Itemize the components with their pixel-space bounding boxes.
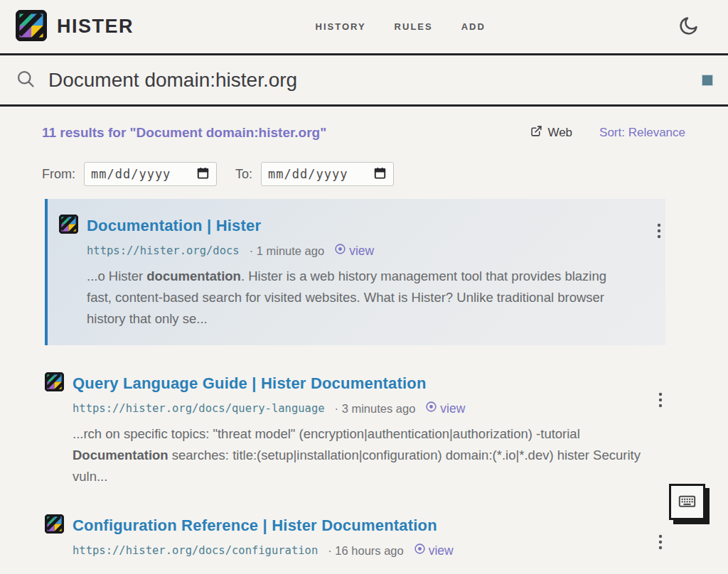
sort-selector[interactable]: Sort: Relevance — [599, 126, 685, 140]
result-url[interactable]: https://hister.org/docs — [87, 244, 240, 257]
hister-logo-icon — [16, 10, 47, 44]
web-search-link[interactable]: Web — [530, 125, 572, 141]
results-count: 11 results for "Document domain:hister.o… — [42, 125, 326, 141]
result-time: · 3 minutes ago — [335, 402, 416, 416]
results-page: 11 results for "Document domain:hister.o… — [0, 107, 728, 558]
site-favicon — [45, 514, 64, 536]
from-label: From: — [42, 167, 75, 182]
calendar-icon[interactable] — [196, 166, 210, 183]
result-menu-button[interactable] — [654, 220, 664, 242]
nav-item-history[interactable]: HISTORY — [316, 21, 366, 32]
search-input[interactable] — [48, 69, 690, 92]
results-header: 11 results for "Document domain:hister.o… — [42, 125, 685, 141]
to-date-input[interactable]: mm/dd/yyyy — [261, 162, 394, 186]
view-link[interactable]: view — [414, 543, 454, 558]
result-time: · 1 minute ago — [250, 244, 324, 258]
view-link[interactable]: view — [334, 243, 374, 259]
keyboard-icon — [678, 492, 697, 513]
site-favicon — [59, 215, 78, 237]
result-card[interactable]: Configuration Reference | Hister Documen… — [45, 514, 685, 558]
result-url[interactable]: https://hister.org/docs/configuration — [73, 544, 318, 557]
brand[interactable]: HISTER — [16, 10, 134, 44]
view-link[interactable]: view — [425, 401, 465, 416]
date-filters: From: mm/dd/yyyy To: mm/dd/yyyy — [42, 162, 685, 186]
keyboard-shortcuts-button[interactable] — [669, 484, 705, 520]
result-title[interactable]: Documentation | Hister — [87, 217, 261, 235]
result-title[interactable]: Query Language Guide | Hister Documentat… — [73, 374, 427, 393]
to-label: To: — [235, 167, 252, 182]
result-snippet: ...rch on specific topics: "threat model… — [73, 423, 641, 487]
result-card[interactable]: Query Language Guide | Hister Documentat… — [45, 372, 685, 487]
from-date-input[interactable]: mm/dd/yyyy — [84, 162, 217, 186]
site-favicon — [45, 372, 64, 394]
result-snippet: ...o Hister documentation. Hister is a w… — [87, 266, 616, 330]
eye-icon — [425, 401, 437, 416]
result-url[interactable]: https://hister.org/docs/query-language — [73, 402, 325, 415]
dark-mode-toggle[interactable] — [678, 15, 700, 38]
calendar-icon[interactable] — [373, 166, 387, 183]
search-icon — [16, 69, 36, 92]
main-nav: HISTORY RULES ADD — [316, 21, 486, 32]
result-time: · 16 hours ago — [328, 544, 403, 558]
result-card[interactable]: Documentation | Hister https://hister.or… — [45, 199, 665, 345]
eye-icon — [414, 543, 426, 558]
result-title[interactable]: Configuration Reference | Hister Documen… — [73, 516, 437, 535]
result-menu-button[interactable] — [655, 531, 665, 553]
nav-item-add[interactable]: ADD — [461, 21, 486, 32]
app-header: HISTER HISTORY RULES ADD — [0, 0, 728, 55]
eye-icon — [334, 243, 346, 259]
nav-item-rules[interactable]: RULES — [395, 21, 433, 32]
results-list: Documentation | Hister https://hister.or… — [42, 199, 685, 558]
brand-name: HISTER — [57, 16, 134, 38]
external-link-icon — [530, 125, 542, 141]
result-menu-button[interactable] — [655, 389, 665, 411]
search-caret-indicator — [702, 75, 712, 85]
search-bar — [0, 55, 728, 107]
moon-icon — [678, 15, 700, 38]
